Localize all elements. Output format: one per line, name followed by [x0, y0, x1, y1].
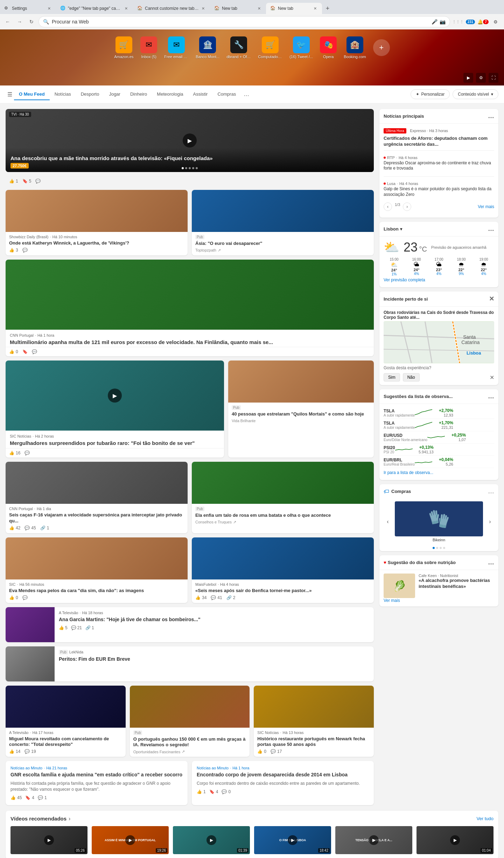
breaking-news-more[interactable]: … [488, 112, 494, 120]
tab-settings-close[interactable]: ✕ [46, 6, 52, 11]
quick-link-amazon[interactable]: 🛒 Amazon.es [114, 36, 133, 59]
shopping-item-bikeinn[interactable]: 🧤 Bikeinn [395, 501, 483, 542]
corpo-save-btn[interactable]: 🔖 4 [209, 789, 218, 794]
corpo-like-btn[interactable]: 👍 1 [197, 789, 206, 794]
small-card-benfica[interactable]: MaisFutebol · Há 4 horas «Seis meses apó… [192, 537, 374, 603]
tab-settings[interactable]: ⚙ Settings ✕ [0, 3, 56, 14]
hero-comment-button[interactable]: 💬 [35, 179, 41, 184]
nav-item-assistir[interactable]: Assistir [188, 89, 213, 100]
video-item-3[interactable]: ▶ 01:39 [173, 826, 250, 854]
newark-like-btn[interactable]: 👍 0 [257, 749, 266, 754]
nav-item-meteorologia[interactable]: Meteorologia [152, 89, 188, 100]
hero-play-button[interactable]: ▶ [463, 73, 473, 83]
tab-newtab-error-close[interactable]: ✕ [123, 6, 129, 11]
weather-more[interactable]: … [488, 225, 494, 233]
stock-eurusd[interactable]: EUR/USD Euro/Dólar Norte-americano +0,25… [384, 431, 494, 444]
article-row-eur[interactable]: Pub LekNida Peritos: Fim do EUR Em Breve [6, 646, 374, 681]
tab-new-tab-2[interactable]: 🏠 New tab ✕ [266, 3, 322, 14]
finland-save-btn[interactable]: 🔖 [22, 349, 28, 354]
f16-comment-btn[interactable]: 💬 45 [24, 526, 36, 530]
settings-button[interactable]: ⚙ [490, 16, 501, 27]
new-tab-button[interactable]: + [322, 3, 333, 14]
text-news-corpo[interactable]: Notícias ao Minuto · Há 1 hora Encontrad… [192, 761, 374, 805]
breaking-next-btn[interactable]: › [403, 203, 411, 211]
benfica-like-btn[interactable]: 👍 34 [195, 595, 206, 600]
video-item-4[interactable]: O FIM DE LISBOA ▶ 18:42 [254, 826, 331, 854]
incident-map[interactable]: Santa Catarina Lisboa [384, 321, 494, 363]
search-input[interactable] [52, 19, 429, 25]
add-quick-link-button[interactable]: + [373, 39, 390, 56]
finland-like-btn[interactable]: 👍 0 [9, 349, 18, 354]
tab-new-tab-1-close[interactable]: ✕ [256, 6, 262, 11]
incident-close-btn[interactable]: ✕ [490, 374, 494, 381]
shopping-more[interactable]: … [488, 488, 494, 495]
quick-link-email[interactable]: ✉ Free email ac... [164, 36, 189, 59]
hero-article-card[interactable]: TVI · Há 30 ▶ Ana descobriu que a mãe ti… [6, 109, 374, 172]
address-bar[interactable]: 🔍 🎤 📷 [38, 16, 450, 27]
small-card-f16[interactable]: CNN Portugal · Há 1 dia Seis caças F-16 … [6, 462, 188, 533]
hero-settings-button[interactable]: ⚙ [476, 73, 486, 83]
nutrition-card[interactable]: 🥬 Cafe Keen · Nutritionist «A alcachofra… [384, 574, 494, 598]
small-card-newark[interactable]: SIC Notícias · Há 13 horas Histórico res… [254, 686, 374, 757]
nutrition-more[interactable]: … [488, 559, 494, 566]
nav-item-dinheiro[interactable]: Dinheiro [125, 89, 152, 100]
shopping-prev-btn[interactable]: ‹ [384, 519, 392, 525]
incident-yes-btn[interactable]: Sim [384, 373, 400, 382]
shark-like-btn[interactable]: 👍 16 [9, 451, 20, 455]
tab-newtab-error[interactable]: 🌐 "edge" "New tab page" can't cho... ✕ [56, 3, 133, 14]
notifications-button[interactable]: 🔔7 [477, 16, 489, 27]
tab-new-tab-2-close[interactable]: ✕ [312, 6, 318, 11]
nav-more-button[interactable]: … [241, 88, 252, 100]
see-all-videos[interactable]: Ver tudo [477, 816, 493, 821]
stock-tsla-1[interactable]: TSLA A subir rapidamente +2,70% 12,93 [384, 407, 494, 419]
nav-item-feed[interactable]: O Meu Feed [14, 89, 50, 100]
quick-link-dbrand[interactable]: 🔧 dbrand + Off... [226, 36, 251, 59]
finland-comment-btn[interactable]: 💬 [32, 349, 37, 354]
nav-item-desporto[interactable]: Desporto [76, 89, 104, 100]
small-card-quilos[interactable]: Pub 40 pessoas que estrelaram "Quilos Mo… [228, 361, 374, 458]
shopping-next-btn[interactable]: › [486, 519, 494, 525]
miguel-comment-btn[interactable]: 💬 19 [24, 749, 36, 754]
hamburger-menu[interactable]: ☰ [6, 90, 14, 98]
small-card-rosa[interactable]: Pub Ela enfia um talo de rosa em uma bat… [192, 462, 374, 533]
small-card-miguel[interactable]: A Televisão · Há 17 horas Miguel Moura r… [6, 686, 126, 757]
article-row-ana-garcia[interactable]: A Televisão · Há 18 horas Ana Garcia Mar… [6, 607, 374, 642]
stock-tsla-2[interactable]: TSLA A subir rapidamente +1,70% 221,31 [384, 419, 494, 431]
see-more-nutrition[interactable]: Ver mais [384, 598, 494, 603]
video-item-6[interactable]: ▶ 01:04 [416, 826, 493, 854]
gnr-comment-btn[interactable]: 💬 1 [38, 795, 47, 800]
eva-like-btn[interactable]: 👍 0 [9, 595, 18, 600]
incident-more[interactable]: ✕ [489, 295, 494, 303]
personalize-button[interactable]: ✦ Personalizar [411, 89, 450, 99]
breaking-item-1[interactable]: RTP · Há 4 horas Depressão Oscar aproxim… [384, 153, 494, 173]
corpo-comment-btn[interactable]: 💬 0 [222, 789, 231, 794]
microphone-icon[interactable]: 🎤 [432, 19, 438, 25]
quick-link-twitter[interactable]: 🐦 (16) Tweet /... [289, 36, 313, 59]
quick-link-opera[interactable]: 🎭 Opera [320, 36, 337, 59]
tab-cannot-customize[interactable]: 🏠 Cannot customize new tab page ✕ [133, 3, 210, 14]
quick-link-inbox[interactable]: ✉ Inbox (5) [140, 36, 157, 59]
badge-button[interactable]: 231 [465, 16, 476, 27]
content-visible-button[interactable]: Conteúdo visível ▾ [453, 89, 498, 99]
vikings-like-btn[interactable]: 👍 3 [9, 248, 18, 253]
quick-link-computadores[interactable]: 🛒 Computadores [258, 36, 282, 59]
stock-psi20[interactable]: PSI20 PSI 20 +0,13% 5.941,13 [384, 444, 494, 456]
ana-garcia-share-btn[interactable]: 🔗 1 [85, 625, 94, 630]
tab-new-tab-1[interactable]: 🏠 New tab ✕ [210, 3, 266, 14]
forward-button[interactable]: → [15, 17, 24, 27]
nav-item-compras[interactable]: Compras [212, 89, 241, 100]
video-item-2[interactable]: ASSIM É MINHA E EM PORTUGAL ▶ 19:26 [92, 826, 169, 854]
vikings-comment-btn[interactable]: 💬 [22, 248, 28, 253]
quick-link-booking[interactable]: 🏨 Booking.com [344, 36, 366, 59]
benfica-comment-btn[interactable]: 💬 41 [211, 595, 222, 600]
newark-comment-btn[interactable]: 💬 17 [271, 749, 282, 754]
stocks-more[interactable]: … [488, 393, 494, 400]
breaking-prev-btn[interactable]: ‹ [384, 203, 392, 211]
gnr-save-btn[interactable]: 🔖 4 [25, 795, 34, 800]
small-card-asia[interactable]: Pub Ásia: "O euro vai desaparecer" Topto… [192, 190, 374, 255]
weather-full-link[interactable]: Ver previsão completa [384, 276, 494, 284]
f16-share-btn[interactable]: 🔗 1 [40, 526, 49, 530]
ana-garcia-comment-btn[interactable]: 💬 21 [71, 625, 82, 630]
back-button[interactable]: ← [3, 17, 13, 27]
video-item-1[interactable]: ▶ 05:26 [10, 826, 88, 854]
